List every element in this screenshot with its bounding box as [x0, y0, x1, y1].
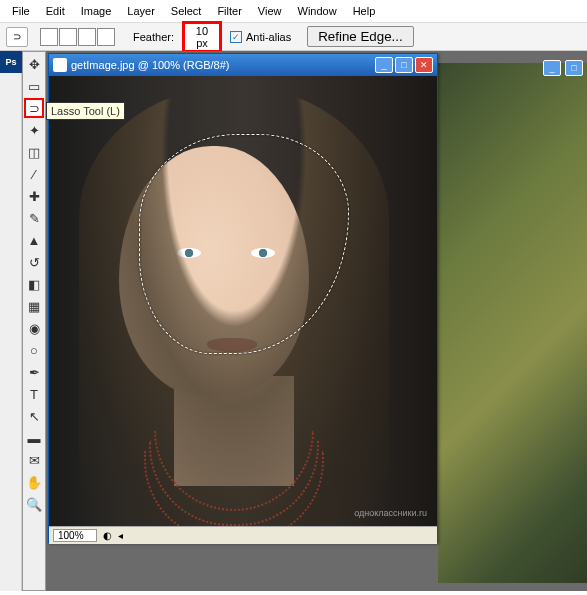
doc-info-icon[interactable]: ◐ [103, 530, 112, 541]
zoom-input[interactable]: 100% [53, 529, 97, 542]
healing-icon[interactable]: ✚ [24, 186, 44, 206]
antialias-checkbox[interactable]: ✓ [230, 31, 242, 43]
selection-subtract-icon[interactable] [78, 28, 96, 46]
shape-icon[interactable]: ▬ [24, 428, 44, 448]
status-bar: 100% ◐ ◂ [49, 526, 437, 544]
maximize-button[interactable]: □ [395, 57, 413, 73]
eyedropper-icon[interactable]: ⁄ [24, 164, 44, 184]
wand-icon[interactable]: ✦ [24, 120, 44, 140]
document-window: getImage.jpg @ 100% (RGB/8#) _ □ ✕ однок… [48, 53, 438, 543]
canvas[interactable]: одноклассники.ru [49, 76, 437, 526]
hand-icon[interactable]: ✋ [24, 472, 44, 492]
selection-new-icon[interactable] [40, 28, 58, 46]
zoom-icon[interactable]: 🔍 [24, 494, 44, 514]
background-image [438, 63, 587, 583]
titlebar[interactable]: getImage.jpg @ 100% (RGB/8#) _ □ ✕ [49, 54, 437, 76]
history-brush-icon[interactable]: ↺ [24, 252, 44, 272]
menu-file[interactable]: File [4, 2, 38, 20]
left-rail: Ps [0, 51, 22, 591]
workspace: Ps ✥▭⊃Lasso Tool (L)✦◫⁄✚✎▲↺◧▦◉○✒T↖▬✉✋🔍 g… [0, 51, 587, 591]
feather-input[interactable]: 10 px [182, 21, 222, 53]
stamp-icon[interactable]: ▲ [24, 230, 44, 250]
brush-icon[interactable]: ✎ [24, 208, 44, 228]
menu-help[interactable]: Help [345, 2, 384, 20]
close-button[interactable]: ✕ [415, 57, 433, 73]
doc-icon [53, 58, 67, 72]
menu-layer[interactable]: Layer [119, 2, 163, 20]
selection-intersect-icon[interactable] [97, 28, 115, 46]
refine-edge-button[interactable]: Refine Edge... [307, 26, 413, 47]
menu-image[interactable]: Image [73, 2, 120, 20]
minimize-button[interactable]: _ [375, 57, 393, 73]
doc-title: getImage.jpg @ 100% (RGB/8#) [71, 59, 230, 71]
selection-add-icon[interactable] [59, 28, 77, 46]
lasso-icon[interactable]: ⊃Lasso Tool (L) [24, 98, 44, 118]
scroll-left-icon[interactable]: ◂ [118, 530, 123, 541]
gradient-icon[interactable]: ▦ [24, 296, 44, 316]
tooltip: Lasso Tool (L) [46, 102, 125, 120]
antialias-label: Anti-alias [246, 31, 291, 43]
menu-view[interactable]: View [250, 2, 290, 20]
pen-icon[interactable]: ✒ [24, 362, 44, 382]
menu-edit[interactable]: Edit [38, 2, 73, 20]
menu-window[interactable]: Window [290, 2, 345, 20]
toolbox: ✥▭⊃Lasso Tool (L)✦◫⁄✚✎▲↺◧▦◉○✒T↖▬✉✋🔍 [22, 51, 46, 591]
blur-icon[interactable]: ◉ [24, 318, 44, 338]
canvas-area: getImage.jpg @ 100% (RGB/8#) _ □ ✕ однок… [46, 51, 587, 591]
path-icon[interactable]: ↖ [24, 406, 44, 426]
app-maximize-button[interactable]: □ [565, 60, 583, 76]
menu-bar: File Edit Image Layer Select Filter View… [0, 0, 587, 23]
move-icon[interactable]: ✥ [24, 54, 44, 74]
feather-label: Feather: [133, 31, 174, 43]
photo-content: одноклассники.ru [49, 76, 437, 526]
eraser-icon[interactable]: ◧ [24, 274, 44, 294]
active-tool-icon[interactable]: ⊃ [6, 27, 28, 47]
ps-logo-icon: Ps [0, 51, 22, 73]
notes-icon[interactable]: ✉ [24, 450, 44, 470]
options-bar: ⊃ Feather: 10 px ✓ Anti-alias Refine Edg… [0, 23, 587, 51]
marquee-icon[interactable]: ▭ [24, 76, 44, 96]
selection-mode-group [40, 28, 115, 46]
crop-icon[interactable]: ◫ [24, 142, 44, 162]
app-window-controls: _ □ [541, 60, 583, 76]
type-icon[interactable]: T [24, 384, 44, 404]
watermark-text: одноклассники.ru [354, 508, 427, 518]
app-minimize-button[interactable]: _ [543, 60, 561, 76]
menu-filter[interactable]: Filter [209, 2, 249, 20]
dodge-icon[interactable]: ○ [24, 340, 44, 360]
menu-select[interactable]: Select [163, 2, 210, 20]
